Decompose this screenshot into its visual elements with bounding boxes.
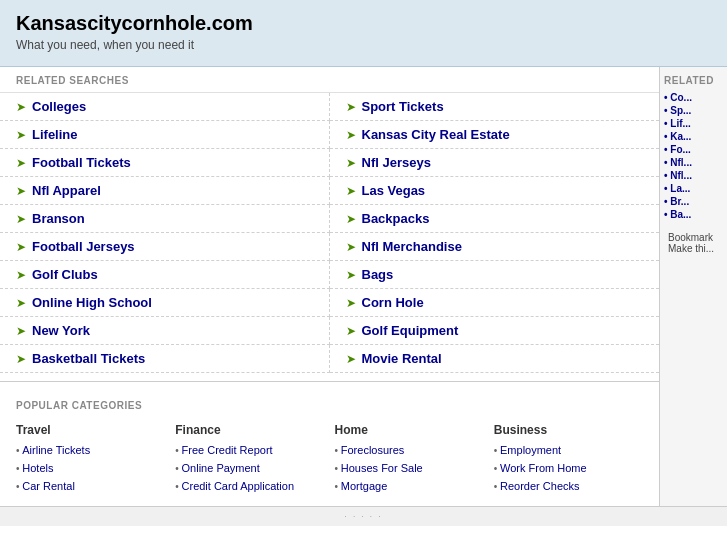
list-item: ➤ New York — [0, 317, 330, 345]
right-sidebar: RELATED • Co... • Sp... • Lif... • Ka...… — [659, 67, 727, 506]
search-link[interactable]: Bags — [362, 267, 394, 282]
sidebar-link[interactable]: • Nfl... — [664, 170, 723, 181]
finance-link-payment[interactable]: Online Payment — [182, 462, 260, 474]
search-link[interactable]: Football Tickets — [32, 155, 131, 170]
travel-link-airline[interactable]: Airline Tickets — [22, 444, 90, 456]
business-list: Employment Work From Home Reorder Checks — [494, 442, 643, 493]
home-heading: Home — [335, 423, 484, 437]
home-link-foreclosures[interactable]: Foreclosures — [341, 444, 405, 456]
sidebar-link[interactable]: • Br... — [664, 196, 723, 207]
arrow-icon: ➤ — [16, 240, 26, 254]
arrow-icon: ➤ — [346, 156, 356, 170]
search-link[interactable]: Backpacks — [362, 211, 430, 226]
search-link[interactable]: Sport Tickets — [362, 99, 444, 114]
home-link-houses[interactable]: Houses For Sale — [341, 462, 423, 474]
finance-heading: Finance — [175, 423, 324, 437]
arrow-icon: ➤ — [16, 296, 26, 310]
sidebar-link[interactable]: • Ba... — [664, 209, 723, 220]
search-link[interactable]: Kansas City Real Estate — [362, 127, 510, 142]
arrow-icon: ➤ — [346, 268, 356, 282]
business-heading: Business — [494, 423, 643, 437]
list-item: ➤ Golf Clubs — [0, 261, 330, 289]
travel-list: Airline Tickets Hotels Car Rental — [16, 442, 165, 493]
home-link-mortgage[interactable]: Mortgage — [341, 480, 387, 492]
sidebar-link[interactable]: • La... — [664, 183, 723, 194]
bottom-scrollbar[interactable]: · · · · · — [0, 506, 727, 526]
finance-link-card[interactable]: Credit Card Application — [182, 480, 295, 492]
scrollbar-dots: · · · · · — [344, 512, 382, 521]
list-item: Free Credit Report — [175, 442, 324, 457]
list-item: ➤ Kansas City Real Estate — [330, 121, 660, 149]
business-link-employment[interactable]: Employment — [500, 444, 561, 456]
arrow-icon: ➤ — [16, 156, 26, 170]
arrow-icon: ➤ — [346, 212, 356, 226]
arrow-icon: ➤ — [16, 184, 26, 198]
list-item: ➤ Sport Tickets — [330, 93, 660, 121]
arrow-icon: ➤ — [16, 268, 26, 282]
business-link-reorder[interactable]: Reorder Checks — [500, 480, 579, 492]
sidebar-link[interactable]: • Nfl... — [664, 157, 723, 168]
search-link[interactable]: New York — [32, 323, 90, 338]
list-item: Online Payment — [175, 460, 324, 475]
list-item: ➤ Football Jerseys — [0, 233, 330, 261]
search-link[interactable]: Movie Rental — [362, 351, 442, 366]
search-link[interactable]: Lifeline — [32, 127, 78, 142]
finance-list: Free Credit Report Online Payment Credit… — [175, 442, 324, 493]
sidebar-link[interactable]: • Fo... — [664, 144, 723, 155]
arrow-icon: ➤ — [346, 184, 356, 198]
business-link-wfh[interactable]: Work From Home — [500, 462, 587, 474]
popular-col-travel: Travel Airline Tickets Hotels Car Rental — [16, 423, 165, 496]
list-item: Mortgage — [335, 478, 484, 493]
list-item: Employment — [494, 442, 643, 457]
search-link[interactable]: Las Vegas — [362, 183, 426, 198]
list-item: ➤ Lifeline — [0, 121, 330, 149]
arrow-icon: ➤ — [346, 296, 356, 310]
arrow-icon: ➤ — [346, 128, 356, 142]
popular-categories-label: POPULAR CATEGORIES — [0, 392, 659, 417]
arrow-icon: ➤ — [346, 352, 356, 366]
list-item: ➤ Nfl Merchandise — [330, 233, 660, 261]
search-link[interactable]: Nfl Merchandise — [362, 239, 462, 254]
list-item: ➤ Nfl Apparel — [0, 177, 330, 205]
search-link[interactable]: Golf Clubs — [32, 267, 98, 282]
list-item: ➤ Branson — [0, 205, 330, 233]
popular-col-home: Home Foreclosures Houses For Sale Mortga… — [335, 423, 484, 496]
search-link[interactable]: Basketball Tickets — [32, 351, 145, 366]
bookmark-line1: Bookmark — [668, 232, 719, 243]
list-item: ➤ Movie Rental — [330, 345, 660, 373]
travel-link-hotels[interactable]: Hotels — [22, 462, 53, 474]
list-item: Work From Home — [494, 460, 643, 475]
arrow-icon: ➤ — [16, 324, 26, 338]
list-item: ➤ Bags — [330, 261, 660, 289]
finance-link-credit[interactable]: Free Credit Report — [182, 444, 273, 456]
sidebar-link[interactable]: • Lif... — [664, 118, 723, 129]
list-item: Reorder Checks — [494, 478, 643, 493]
related-searches-label: RELATED SEARCHES — [0, 67, 659, 92]
list-item: Hotels — [16, 460, 165, 475]
search-link[interactable]: Colleges — [32, 99, 86, 114]
list-item: ➤ Corn Hole — [330, 289, 660, 317]
list-item: ➤ Backpacks — [330, 205, 660, 233]
site-subtitle: What you need, when you need it — [16, 38, 711, 52]
arrow-icon: ➤ — [16, 128, 26, 142]
search-link[interactable]: Branson — [32, 211, 85, 226]
arrow-icon: ➤ — [346, 324, 356, 338]
search-link[interactable]: Football Jerseys — [32, 239, 135, 254]
sidebar-link[interactable]: • Sp... — [664, 105, 723, 116]
list-item: ➤ Online High School — [0, 289, 330, 317]
sidebar-link[interactable]: • Co... — [664, 92, 723, 103]
search-link[interactable]: Golf Equipment — [362, 323, 459, 338]
bookmark-line2: Make thi... — [668, 243, 719, 254]
popular-col-business: Business Employment Work From Home Reord… — [494, 423, 643, 496]
list-item: ➤ Golf Equipment — [330, 317, 660, 345]
search-link[interactable]: Nfl Apparel — [32, 183, 101, 198]
arrow-icon: ➤ — [16, 212, 26, 226]
list-item: Airline Tickets — [16, 442, 165, 457]
sidebar-link[interactable]: • Ka... — [664, 131, 723, 142]
search-link[interactable]: Nfl Jerseys — [362, 155, 431, 170]
search-link[interactable]: Online High School — [32, 295, 152, 310]
search-link[interactable]: Corn Hole — [362, 295, 424, 310]
travel-link-car[interactable]: Car Rental — [22, 480, 75, 492]
list-item: ➤ Las Vegas — [330, 177, 660, 205]
list-item: Car Rental — [16, 478, 165, 493]
